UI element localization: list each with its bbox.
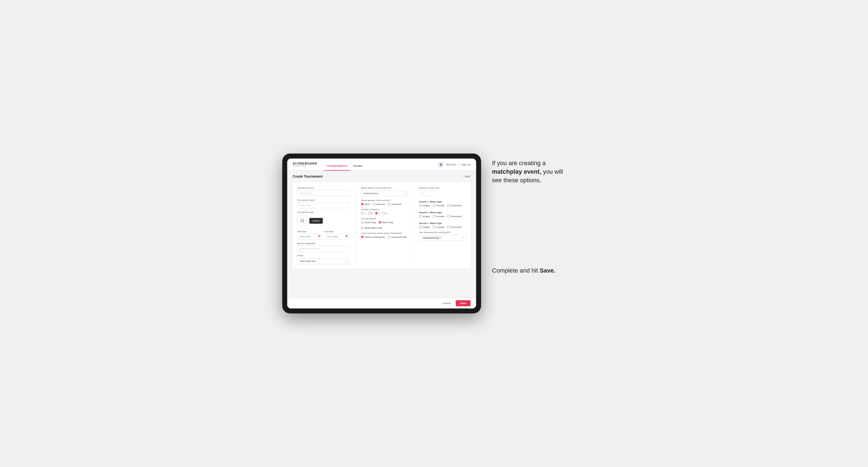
gender-group: Which gender is the event for? Mens Wome…: [361, 199, 408, 206]
nav-tournaments[interactable]: TOURNAMENTS: [324, 165, 350, 171]
tournament-host-input[interactable]: [297, 190, 350, 196]
date-row: Start date 📅 End date: [297, 228, 350, 240]
tournament-name-group: Tournament name: [297, 199, 350, 208]
gender-radio-group: Mens Womens Combined: [361, 203, 408, 206]
round1-radio-group: Singles Fourball Foursomes: [419, 204, 466, 207]
logo-upload-area: 🖼 Upload: [297, 216, 350, 226]
tournament-logo-label: Tournament logo: [297, 211, 350, 214]
api-tag: Leaderboard King ✕: [422, 236, 442, 240]
gender-combined-label: Combined: [391, 203, 401, 206]
dates-group: Start date 📅 End date: [297, 228, 350, 240]
page-header: Create Tournament ← Back: [293, 175, 471, 178]
round3-singles[interactable]: Singles: [419, 226, 430, 228]
max-team-size-input[interactable]: [419, 190, 436, 196]
gender-womens-label: Womens: [376, 203, 385, 206]
round2-fourball[interactable]: Fourball: [433, 215, 444, 218]
rounds-2[interactable]: 2: [368, 212, 373, 215]
start-date-wrap: 📅: [297, 234, 322, 240]
form-section-middle: Which division is the event for? NCAA Di…: [355, 187, 408, 264]
save-button[interactable]: Save: [456, 300, 470, 306]
nav-links: TOURNAMENTS TEAMS: [324, 158, 365, 171]
gender-mens[interactable]: Mens: [361, 203, 370, 206]
scoring-group: Scoring system Stroke Play Match Play: [361, 217, 408, 229]
brand: SCOREBOARD Powered by clippit: [293, 162, 317, 167]
calendar-icon-2: 📅: [345, 235, 348, 238]
nav-teams[interactable]: TEAMS: [350, 165, 365, 171]
rounds-3[interactable]: 3: [375, 212, 380, 215]
sponsor-input[interactable]: [297, 246, 350, 252]
scoring-radio-group: Stroke Play Match Play Medal Match Play: [361, 221, 408, 229]
round1-fourball[interactable]: Fourball: [433, 204, 444, 207]
page-footer: Cancel Save: [287, 298, 476, 309]
annotation-bottom: Complete and hit Save.: [492, 267, 569, 275]
signout-link[interactable]: Sign out: [461, 163, 470, 166]
teams-radio-group: Teams (+Individuals) Individuals Only: [361, 236, 408, 238]
back-link[interactable]: ← Back: [462, 175, 471, 178]
nav-bar: SCOREBOARD Powered by clippit TOURNAMENT…: [287, 158, 476, 171]
round1-label: Round 1 - Match Type: [419, 200, 466, 203]
max-team-size-group: Maximum Team Size: [419, 187, 466, 196]
round3-match-type: Round 3 - Match Type Singles Fourball: [419, 222, 466, 228]
round2-match-type: Round 2 - Match Type Singles Fourball: [419, 211, 466, 218]
start-date-label: Start date: [297, 230, 307, 233]
sponsor-group: Sponsor (optional): [297, 242, 350, 252]
brand-title: SCOREBOARD: [293, 162, 317, 165]
round2-singles[interactable]: Singles: [419, 215, 430, 218]
division-select[interactable]: NCAA Division I: [361, 191, 408, 196]
tournament-name-label: Tournament name: [297, 199, 350, 201]
rounds-4[interactable]: 4: [382, 212, 387, 215]
teams-label: Is this event for Teams and/or Individua…: [361, 232, 408, 235]
venue-select[interactable]: Search golf club: [297, 258, 350, 264]
teams-group: Is this event for Teams and/or Individua…: [361, 232, 408, 238]
cancel-button[interactable]: Cancel: [439, 300, 454, 306]
round1-foursomes[interactable]: Foursomes: [447, 204, 462, 207]
rounds-group: Number of rounds 1 2: [361, 208, 408, 215]
scoring-medal[interactable]: Medal Match Play: [361, 226, 382, 229]
start-date-group: Start date 📅: [297, 228, 322, 240]
page-title: Create Tournament: [293, 175, 323, 178]
user-name: Test User: [446, 163, 456, 166]
nav-right: 👤 Test User | Sign out: [438, 162, 470, 167]
rounds-1[interactable]: 1: [361, 212, 366, 215]
round3-fourball[interactable]: Fourball: [433, 226, 444, 228]
rounds-radio-group: 1 2 3: [361, 212, 408, 215]
scoring-stroke[interactable]: Stroke Play: [361, 221, 376, 224]
nav-left: SCOREBOARD Powered by clippit TOURNAMENT…: [293, 158, 365, 171]
rounds-label: Number of rounds: [361, 208, 408, 211]
calendar-icon: 📅: [318, 235, 321, 238]
api-group: Use third-party live scoring API? Leader…: [419, 231, 466, 241]
annotation-top: If you are creating a matchplay event, y…: [492, 159, 569, 185]
round3-radio-group: Singles Fourball Foursomes: [419, 226, 466, 228]
round1-singles[interactable]: Singles: [419, 204, 430, 207]
venue-group: Venue Search golf club: [297, 254, 350, 264]
teams-teams[interactable]: Teams (+Individuals): [361, 236, 385, 238]
gender-combined[interactable]: Combined: [388, 203, 401, 206]
chevron-down-icon: ▾: [463, 237, 464, 239]
logo-placeholder: 🖼: [297, 216, 307, 226]
end-date-group: End date 📅: [324, 228, 350, 240]
max-team-size-label: Maximum Team Size: [419, 187, 466, 189]
teams-individuals[interactable]: Individuals Only: [388, 236, 407, 238]
api-label: Use third-party live scoring API?: [419, 231, 466, 234]
brand-subtitle: Powered by clippit: [293, 165, 317, 167]
tournament-name-input[interactable]: [297, 203, 350, 208]
scoring-match[interactable]: Match Play: [379, 221, 393, 224]
sponsor-label: Sponsor (optional): [297, 242, 350, 245]
tablet-screen: SCOREBOARD Powered by clippit TOURNAMENT…: [287, 158, 476, 309]
api-tag-remove[interactable]: ✕: [439, 237, 441, 239]
round3-foursomes[interactable]: Foursomes: [447, 226, 462, 228]
tournament-host-label: Tournament Host: [297, 187, 350, 189]
annotation-top-text: If you are creating a matchplay event, y…: [492, 160, 563, 184]
upload-button[interactable]: Upload: [309, 218, 323, 224]
division-select-wrap: NCAA Division I: [361, 190, 408, 196]
round2-radio-group: Singles Fourball Foursomes: [419, 215, 466, 218]
api-select-tag[interactable]: Leaderboard King ✕ ▾: [419, 235, 466, 241]
round2-label: Round 2 - Match Type: [419, 211, 466, 214]
end-date-wrap: 📅: [324, 234, 350, 240]
gender-womens[interactable]: Womens: [373, 203, 385, 206]
round2-foursomes[interactable]: Foursomes: [447, 215, 462, 218]
api-tag-value: Leaderboard King: [423, 237, 439, 239]
venue-select-wrap: Search golf club: [297, 258, 350, 264]
form-section-right: Maximum Team Size Round 1 - Match Type S…: [413, 187, 466, 264]
gender-mens-label: Mens: [365, 203, 370, 206]
